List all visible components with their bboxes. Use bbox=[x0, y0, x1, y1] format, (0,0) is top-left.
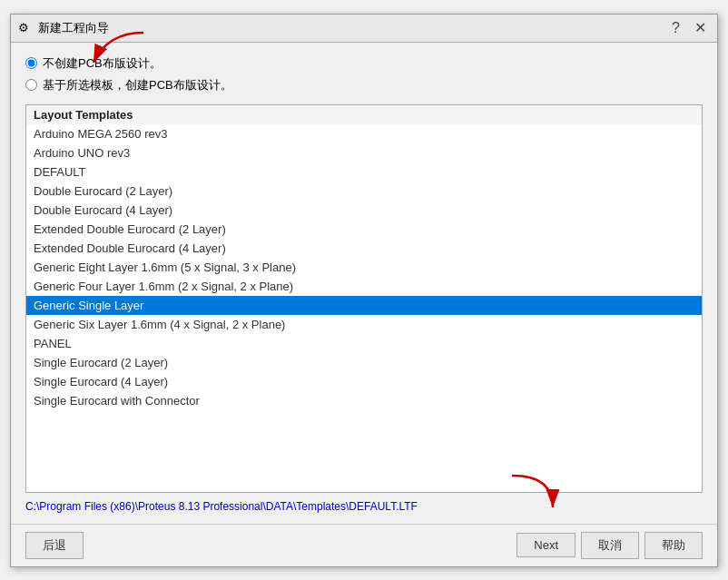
list-item[interactable]: Extended Double Eurocard (2 Layer) bbox=[26, 220, 702, 239]
template-list-container[interactable]: Layout TemplatesArduino MEGA 2560 rev3Ar… bbox=[25, 104, 703, 493]
list-item[interactable]: Double Eurocard (2 Layer) bbox=[26, 182, 702, 201]
list-item[interactable]: Generic Six Layer 1.6mm (4 x Signal, 2 x… bbox=[26, 315, 702, 334]
list-item[interactable]: Extended Double Eurocard (4 Layer) bbox=[26, 239, 702, 258]
list-item[interactable]: Arduino UNO rev3 bbox=[26, 143, 702, 162]
list-item[interactable]: Layout Templates bbox=[26, 105, 702, 124]
list-item[interactable]: Single Eurocard (2 Layer) bbox=[26, 353, 702, 372]
help-title-button[interactable]: ? bbox=[668, 21, 684, 35]
list-item[interactable]: Generic Four Layer 1.6mm (2 x Signal, 2 … bbox=[26, 277, 702, 296]
back-button[interactable]: 后退 bbox=[25, 532, 84, 559]
arrow-annotation bbox=[80, 28, 152, 76]
close-button[interactable]: ✕ bbox=[691, 21, 710, 35]
radio-option2[interactable]: 基于所选模板，创建PCB布版设计。 bbox=[25, 77, 703, 93]
dialog-body: 不创建PCB布版设计。 基于所选模板，创建PCB布版设计。 Layout Tem… bbox=[11, 43, 717, 524]
footer-left: 后退 bbox=[25, 532, 511, 559]
radio-label-2: 基于所选模板，创建PCB布版设计。 bbox=[43, 77, 232, 93]
list-item[interactable]: Generic Single Layer bbox=[26, 296, 702, 315]
title-bar-right: ? ✕ bbox=[668, 21, 710, 35]
dialog-icon: ⚙ bbox=[18, 21, 33, 35]
dialog-footer: 后退 Next 取消 帮助 bbox=[11, 524, 717, 566]
list-item[interactable]: Single Eurocard (4 Layer) bbox=[26, 372, 702, 391]
radio-group: 不创建PCB布版设计。 基于所选模板，创建PCB布版设计。 bbox=[25, 55, 703, 93]
list-item[interactable]: Arduino MEGA 2560 rev3 bbox=[26, 124, 702, 143]
dialog: ⚙ 新建工程向导 ? ✕ bbox=[10, 14, 718, 567]
list-item[interactable]: DEFAULT bbox=[26, 162, 702, 182]
next-button-container: Next bbox=[516, 533, 576, 557]
list-item[interactable]: Single Eurocard with Connector bbox=[26, 391, 702, 410]
template-list: Layout TemplatesArduino MEGA 2560 rev3Ar… bbox=[26, 105, 702, 410]
cancel-button[interactable]: 取消 bbox=[581, 532, 639, 559]
list-item[interactable]: Double Eurocard (4 Layer) bbox=[26, 201, 702, 220]
radio-input-2[interactable] bbox=[25, 79, 37, 91]
list-item[interactable]: Generic Eight Layer 1.6mm (5 x Signal, 3… bbox=[26, 258, 702, 277]
status-bar: C:\Program Files (x86)\Proteus 8.13 Prof… bbox=[25, 498, 703, 515]
radio-input-1[interactable] bbox=[25, 57, 37, 69]
help-button[interactable]: 帮助 bbox=[644, 532, 703, 559]
list-item[interactable]: PANEL bbox=[26, 334, 702, 353]
next-button[interactable]: Next bbox=[516, 533, 576, 557]
